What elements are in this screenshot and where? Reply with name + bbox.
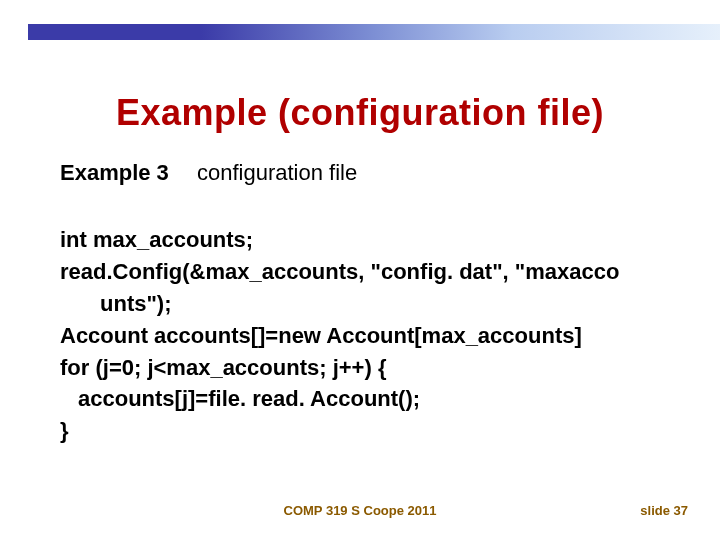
code-line: read.Config(&max_accounts, "config. dat"… <box>60 256 660 288</box>
code-line: for (j=0; j<max_accounts; j++) { <box>60 352 660 384</box>
code-block: int max_accounts; read.Config(&max_accou… <box>60 224 660 447</box>
footer-course: COMP 319 S Coope 2011 <box>0 503 720 518</box>
header-gradient-bar <box>28 24 720 40</box>
code-line: int max_accounts; <box>60 224 660 256</box>
code-line: Account accounts[]=new Account[max_accou… <box>60 320 660 352</box>
code-line: } <box>60 415 660 447</box>
slide-title: Example (configuration file) <box>60 92 660 134</box>
footer-slide-number: slide 37 <box>640 503 688 518</box>
example-label: Example 3 <box>60 160 169 185</box>
slide-content: Example (configuration file) Example 3 c… <box>60 92 660 447</box>
code-line: unts"); <box>60 288 660 320</box>
example-row: Example 3 configuration file <box>60 160 660 186</box>
example-description: configuration file <box>197 160 357 185</box>
code-line: accounts[j]=file. read. Account(); <box>60 383 660 415</box>
